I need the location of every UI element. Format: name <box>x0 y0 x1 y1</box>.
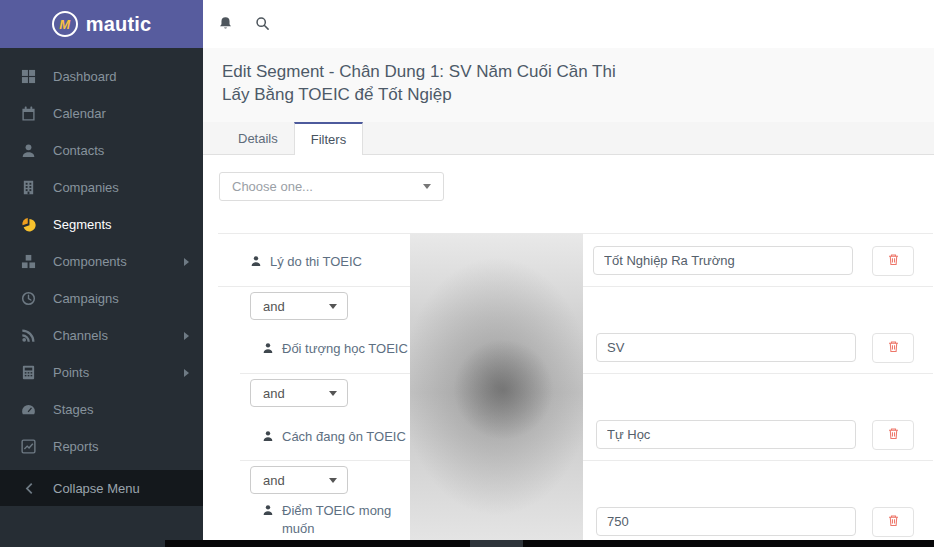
sidebar-item-segments[interactable]: Segments <box>0 206 203 243</box>
notifications-bell-icon[interactable] <box>218 16 234 32</box>
page-title: Edit Segment - Chân Dung 1: SV Năm Cuối … <box>222 61 627 106</box>
mautic-logo[interactable]: M mautic <box>0 0 203 48</box>
bottom-scrollbar-thumb[interactable] <box>470 540 523 547</box>
sidebar-item-label: Stages <box>53 402 93 417</box>
sidebar-item-components[interactable]: Components <box>0 243 203 280</box>
operator-select[interactable]: and <box>250 466 348 494</box>
collapse-menu-button[interactable]: Collapse Menu <box>0 470 203 506</box>
filter-value-input[interactable] <box>596 420 856 449</box>
contact-field-icon <box>262 429 274 441</box>
operator-select[interactable]: and <box>250 292 348 320</box>
sidebar-menu: Dashboard Calendar Contacts Companies Se… <box>0 58 203 465</box>
chevron-down-icon <box>423 184 431 189</box>
calendar-icon <box>21 106 37 122</box>
delete-filter-button[interactable] <box>872 333 914 363</box>
gauge-icon <box>21 402 37 418</box>
sidebar-item-campaigns[interactable]: Campaigns <box>0 280 203 317</box>
tab-details[interactable]: Details <box>222 122 294 154</box>
sidebar-item-channels[interactable]: Channels <box>0 317 203 354</box>
person-icon <box>21 143 37 159</box>
filter-row-doi-tuong-hoc-toeic: and Đối tượng học TOEIC <box>240 287 933 373</box>
sidebar-item-label: Calendar <box>53 106 106 121</box>
filter-row-diem-toeic-mong-muon: and Điểm TOEIC mong muốn <box>240 460 933 547</box>
mautic-app: M mautic Dashboard Calendar Contacts Com… <box>0 0 934 547</box>
chevron-right-icon <box>184 258 189 266</box>
blurred-region <box>410 233 583 540</box>
brand-name: mautic <box>86 13 152 36</box>
sidebar-item-reports[interactable]: Reports <box>0 428 203 465</box>
clock-icon <box>21 291 37 307</box>
filter-value-input[interactable] <box>593 246 853 275</box>
main-content: Edit Segment - Chân Dung 1: SV Năm Cuối … <box>203 48 934 547</box>
sidebar-item-contacts[interactable]: Contacts <box>0 132 203 169</box>
pie-chart-icon <box>21 217 37 233</box>
chevron-down-icon <box>329 478 337 483</box>
sidebar: M mautic Dashboard Calendar Contacts Com… <box>0 0 203 547</box>
page-header: Edit Segment - Chân Dung 1: SV Năm Cuối … <box>203 48 934 122</box>
sidebar-item-label: Campaigns <box>53 291 119 306</box>
dashboard-icon <box>21 69 37 85</box>
filter-value-input[interactable] <box>596 333 856 362</box>
filter-label: Điểm TOEIC mong muốn <box>262 502 397 537</box>
topbar <box>203 0 934 48</box>
bottom-scrollbar[interactable] <box>165 540 934 547</box>
sidebar-item-label: Contacts <box>53 143 104 158</box>
line-chart-icon <box>21 439 37 455</box>
filter-field-select-placeholder: Choose one... <box>232 179 313 194</box>
chevron-left-icon <box>21 480 37 496</box>
trash-icon <box>887 427 900 443</box>
chevron-right-icon <box>184 332 189 340</box>
contact-field-icon <box>250 254 262 266</box>
sidebar-item-label: Segments <box>53 217 112 232</box>
sidebar-item-label: Channels <box>53 328 108 343</box>
chevron-down-icon <box>329 391 337 396</box>
tab-filters[interactable]: Filters <box>294 122 363 155</box>
collapse-menu-label: Collapse Menu <box>53 481 140 496</box>
contact-field-icon <box>262 341 274 353</box>
sidebar-item-dashboard[interactable]: Dashboard <box>0 58 203 95</box>
filter-value-input[interactable] <box>596 507 856 536</box>
sidebar-item-label: Dashboard <box>53 69 117 84</box>
cubes-icon <box>21 254 37 270</box>
mautic-logo-icon: M <box>52 11 78 37</box>
sidebar-item-label: Components <box>53 254 127 269</box>
operator-select[interactable]: and <box>250 379 348 407</box>
trash-icon <box>887 340 900 356</box>
filter-row-cach-dang-on-toeic: and Cách đang ôn TOEIC <box>240 373 933 460</box>
rss-icon <box>21 328 37 344</box>
sidebar-item-label: Points <box>53 365 89 380</box>
search-icon[interactable] <box>255 16 271 32</box>
delete-filter-button[interactable] <box>872 507 914 537</box>
sidebar-item-label: Reports <box>53 439 99 454</box>
chevron-down-icon <box>329 304 337 309</box>
delete-filter-button[interactable] <box>872 246 914 276</box>
sidebar-item-label: Companies <box>53 180 119 195</box>
delete-filter-button[interactable] <box>872 420 914 450</box>
sidebar-item-calendar[interactable]: Calendar <box>0 95 203 132</box>
sidebar-item-stages[interactable]: Stages <box>0 391 203 428</box>
calculator-icon <box>21 365 37 381</box>
building-icon <box>21 180 37 196</box>
sidebar-item-companies[interactable]: Companies <box>0 169 203 206</box>
filter-label: Lý do thi TOEIC <box>250 253 362 271</box>
trash-icon <box>887 514 900 530</box>
contact-field-icon <box>262 503 274 515</box>
chevron-right-icon <box>184 369 189 377</box>
filter-label: Đối tượng học TOEIC <box>262 340 408 358</box>
tab-bar: Details Filters <box>203 122 934 155</box>
sidebar-item-points[interactable]: Points <box>0 354 203 391</box>
filter-field-select[interactable]: Choose one... <box>219 172 444 201</box>
filter-label: Cách đang ôn TOEIC <box>262 428 406 446</box>
trash-icon <box>887 253 900 269</box>
